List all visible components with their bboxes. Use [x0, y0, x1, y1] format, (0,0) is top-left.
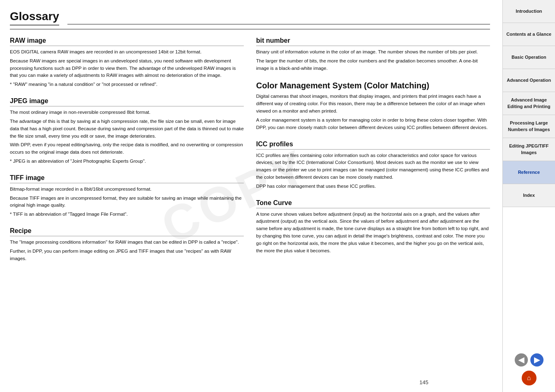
section-text: * "RAW" meaning "in a natural condition"…: [10, 81, 244, 88]
two-column-layout: RAW imageEOS DIGITAL camera RAW images a…: [10, 37, 490, 271]
section-title-raw-image: RAW image: [10, 37, 244, 46]
section-bit-number: bit numberBinary unit of information vol…: [256, 37, 490, 72]
sidebar-item-advanced-operation[interactable]: Advanced Operation: [503, 69, 555, 92]
sidebar-item-basic-operation[interactable]: Basic Operation: [503, 46, 555, 69]
section-title-recipe: Recipe: [10, 227, 244, 236]
section-text: The most ordinary image in non-reversibl…: [10, 109, 244, 116]
right-column: bit numberBinary unit of information vol…: [256, 37, 490, 271]
prev-page-button[interactable]: ◀: [515, 353, 528, 367]
section-jpeg-image: JPEG imageThe most ordinary image in non…: [10, 97, 244, 165]
section-text: With DPP, even if you repeat editing/sav…: [10, 141, 244, 156]
section-tiff-image: TIFF imageBitmap-format image recorded i…: [10, 174, 244, 218]
nav-arrows: ◀▶: [515, 353, 543, 367]
section-title-icc-profiles: ICC profiles: [256, 141, 490, 150]
sidebar-item-processing-large-numbers[interactable]: Processing Large Numbers of Images: [503, 115, 555, 138]
section-text: Further, in DPP, you can perform image e…: [10, 248, 244, 263]
section-title-tiff-image: TIFF image: [10, 174, 244, 183]
section-tone-curve: Tone CurveA tone curve shows values befo…: [256, 199, 490, 255]
sidebar-item-introduction[interactable]: Introduction: [503, 0, 555, 23]
section-text: Digital cameras that shoot images, monit…: [256, 93, 490, 115]
next-page-button[interactable]: ▶: [530, 353, 543, 367]
section-text: Because TIFF images are in uncompressed …: [10, 195, 244, 210]
sidebar-item-index[interactable]: Index: [503, 184, 555, 207]
section-text: DPP has color management that uses these…: [256, 183, 490, 190]
page-number: 145: [419, 379, 428, 385]
page-title: Glossary: [10, 10, 59, 25]
sidebar-item-editing-jpeg-tiff[interactable]: Editing JPEG/TIFF Images: [503, 138, 555, 161]
main-content: COPY Glossary RAW imageEOS DIGITAL camer…: [0, 0, 502, 392]
sidebar-item-reference[interactable]: Reference: [503, 161, 555, 184]
section-text: A tone curve shows values before adjustm…: [256, 211, 490, 255]
sidebar-item-advanced-image-editing[interactable]: Advanced Image Editing and Printing: [503, 92, 555, 115]
section-text: The advantage of this is that by saving …: [10, 118, 244, 140]
section-text: A color management system is a system fo…: [256, 117, 490, 131]
section-text: Because RAW images are special images in…: [10, 58, 244, 79]
section-text: The larger the number of bits, the more …: [256, 58, 490, 72]
content-area: RAW imageEOS DIGITAL camera RAW images a…: [10, 37, 490, 271]
sidebar: IntroductionContents at a GlanceBasic Op…: [502, 0, 555, 392]
section-text: EOS DIGITAL camera RAW images are record…: [10, 48, 244, 56]
section-text: * JPEG is an abbreviation of "Joint Phot…: [10, 158, 244, 165]
section-title-color-management: Color Management System (Color Matching): [256, 81, 490, 90]
section-text: ICC profiles are files containing color …: [256, 152, 490, 181]
home-button[interactable]: ⌂: [522, 371, 536, 385]
section-title-jpeg-image: JPEG image: [10, 97, 244, 106]
left-column: RAW imageEOS DIGITAL camera RAW images a…: [10, 37, 244, 271]
title-row: Glossary: [10, 10, 490, 30]
section-icc-profiles: ICC profilesICC profiles are files conta…: [256, 141, 490, 190]
section-title-bit-number: bit number: [256, 37, 490, 46]
section-text: The "Image processing conditions informa…: [10, 239, 244, 246]
section-text: Binary unit of information volume in the…: [256, 48, 490, 56]
section-title-tone-curve: Tone Curve: [256, 199, 490, 208]
section-recipe: RecipeThe "Image processing conditions i…: [10, 227, 244, 262]
sidebar-footer: ◀▶⌂: [503, 207, 555, 392]
section-color-management: Color Management System (Color Matching)…: [256, 81, 490, 131]
section-text: Bitmap-format image recorded in a 8bit/1…: [10, 186, 244, 193]
sidebar-item-contents-at-a-glance[interactable]: Contents at a Glance: [503, 23, 555, 46]
section-text: * TIFF is an abbreviation of "Tagged Ima…: [10, 211, 244, 218]
section-raw-image: RAW imageEOS DIGITAL camera RAW images a…: [10, 37, 244, 88]
title-rule: [67, 24, 490, 25]
